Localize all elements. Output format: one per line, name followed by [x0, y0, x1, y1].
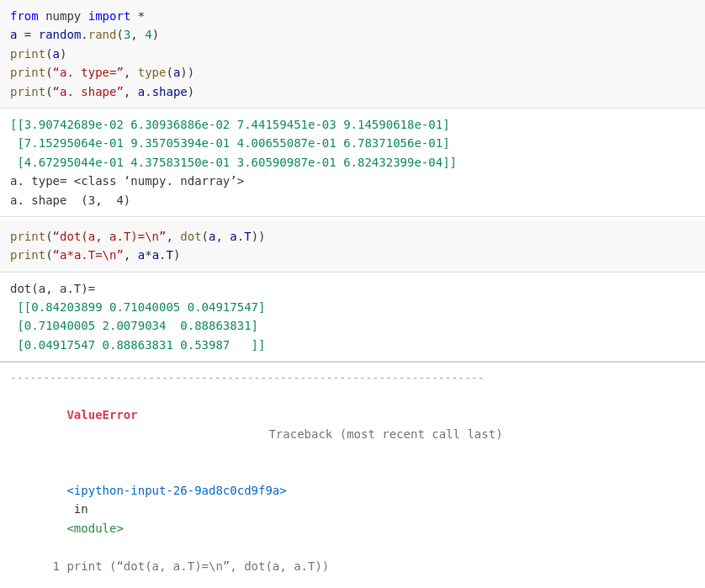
cell-2-output: dot(a, a.T)= [[0.84203899 0.71040005 0.0… — [0, 273, 705, 363]
code-line: print(“a. type=”, type(a)) — [10, 63, 695, 82]
output-line: a. shape (3, 4) — [10, 191, 695, 209]
code-line: print(a) — [10, 45, 695, 63]
code-line: from numpy import * — [10, 7, 695, 25]
code-line: print(“a*a.T=\n”, a*a.T) — [10, 246, 695, 264]
code-line: print(“a. shape”, a.shape) — [10, 82, 695, 101]
code-editor: from numpy import * a = random.rand(3, 4… — [0, 0, 705, 588]
error-type-line: ValueError Traceback (most recent call l… — [10, 387, 695, 463]
error-context-1: 1 print (“dot(a, a.T)=\n”, dot(a, a.T)) — [10, 557, 695, 575]
error-divider-line: ----------------------------------------… — [10, 369, 695, 387]
traceback-label: Traceback (most recent call last) — [66, 427, 502, 441]
output-line: [[3.90742689e-02 6.30936886e-02 7.441594… — [10, 115, 695, 134]
error-file-ref: <ipython-input-26-9ad8c0cd9f9a> — [66, 484, 286, 497]
error-type: ValueError — [66, 408, 137, 421]
cell-1-input: from numpy import * a = random.rand(3, 4… — [0, 0, 705, 109]
code-line: a = random.rand(3, 4) — [10, 25, 695, 44]
output-line: [[0.84203899 0.71040005 0.04917547] — [10, 298, 695, 316]
error-section: ----------------------------------------… — [0, 362, 705, 588]
output-line: [0.71040005 2.0079034 0.88863831] — [10, 316, 695, 335]
output-line: a. type= <class ‘numpy. ndarray’> — [10, 172, 695, 190]
error-module: <module> — [66, 522, 123, 535]
output-line: [7.15295064e-01 9.35705394e-01 4.0065508… — [10, 134, 695, 152]
output-line: dot(a, a.T)= — [10, 279, 695, 298]
code-line: print(“dot(a, a.T)=\n”, dot(a, a.T)) — [10, 227, 695, 246]
error-file-line: <ipython-input-26-9ad8c0cd9f9a> in <modu… — [10, 463, 695, 557]
output-line: [4.67295044e-01 4.37583150e-01 3.6059098… — [10, 153, 695, 172]
error-in: in — [66, 502, 95, 516]
cell-1-output: [[3.90742689e-02 6.30936886e-02 7.441594… — [0, 109, 705, 217]
output-line: [0.04917547 0.88863831 0.53987 ]] — [10, 336, 695, 354]
error-context-2: ——> 2 print (“a*a.T=\n”, a*a.T) — [10, 575, 695, 588]
cell-2-input: print(“dot(a, a.T)=\n”, dot(a, a.T)) pri… — [0, 220, 705, 273]
